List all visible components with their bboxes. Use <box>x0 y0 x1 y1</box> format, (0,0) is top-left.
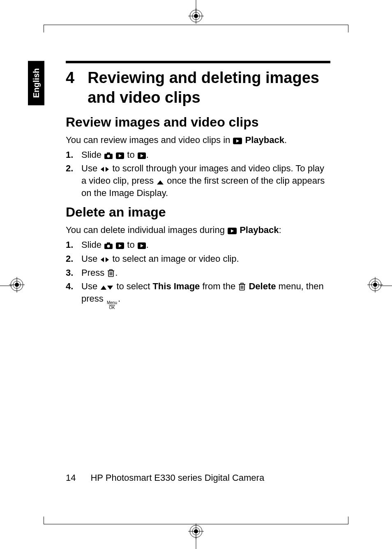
section-heading: Review images and video clips <box>66 115 330 130</box>
page-content: 4 Reviewing and deleting images and vide… <box>66 61 330 483</box>
chapter-heading: 4 Reviewing and deleting images and vide… <box>66 68 330 107</box>
registration-mark-icon <box>188 524 204 541</box>
list-item: 4. Use to select This Image from the Del… <box>66 280 330 310</box>
chapter-rule <box>66 61 330 63</box>
list-item: 1. Slide to . <box>66 149 330 161</box>
section-heading: Delete an image <box>66 205 330 220</box>
up-down-arrows-icon <box>100 285 113 291</box>
registration-mark-icon <box>9 277 25 294</box>
page-footer: 14 HP Photosmart E330 series Digital Cam… <box>66 473 264 483</box>
chapter-number: 4 <box>66 68 74 107</box>
camera-icon <box>104 152 113 159</box>
section-intro: You can review images and video clips in… <box>66 134 330 146</box>
svg-marker-30 <box>106 167 109 172</box>
up-arrow-icon <box>157 180 164 185</box>
list-item: 2. Use to scroll through your images and… <box>66 162 330 199</box>
page-number: 14 <box>66 473 76 483</box>
left-right-arrows-icon <box>100 256 109 263</box>
menu-ok-icon: MenuOK <box>107 301 117 310</box>
chapter-title: Reviewing and deleting images and video … <box>88 68 330 107</box>
list-item: 1. Slide to . <box>66 239 330 251</box>
footer-title: HP Photosmart E330 series Digital Camera <box>90 473 264 483</box>
section-intro: You can delete individual images during … <box>66 224 330 236</box>
svg-point-36 <box>107 245 110 248</box>
playback-icon <box>138 242 146 249</box>
registration-mark-icon <box>188 8 204 25</box>
step-list: 1. Slide to . 2. Use to scroll through y… <box>66 149 330 199</box>
svg-rect-23 <box>107 152 110 155</box>
playback-icon <box>116 152 124 159</box>
list-item: 3. Press . <box>66 267 330 279</box>
svg-marker-42 <box>106 257 109 262</box>
list-item: 2. Use to select an image or video clip. <box>66 253 330 265</box>
trash-icon <box>238 282 246 291</box>
playback-icon <box>233 138 242 144</box>
playback-icon <box>116 242 124 249</box>
step-list: 1. Slide to . 2. Use to select an image … <box>66 239 330 310</box>
trash-icon <box>107 269 115 277</box>
svg-rect-35 <box>107 242 110 245</box>
svg-marker-47 <box>101 286 106 290</box>
left-right-arrows-icon <box>100 166 109 173</box>
playback-icon <box>138 152 146 159</box>
playback-icon <box>228 228 237 234</box>
svg-point-24 <box>107 155 110 157</box>
registration-mark-icon <box>367 277 383 294</box>
language-tab: English <box>28 61 44 105</box>
svg-marker-31 <box>157 180 164 185</box>
svg-marker-29 <box>101 167 104 172</box>
svg-marker-48 <box>107 286 113 290</box>
svg-marker-41 <box>101 257 104 262</box>
camera-icon <box>104 242 113 249</box>
